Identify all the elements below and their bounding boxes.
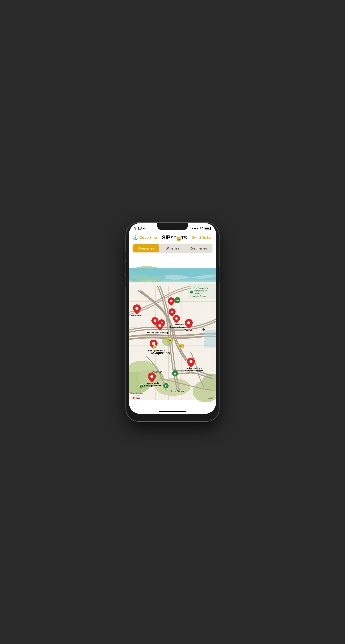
location-arrow-icon: ▶ — [143, 227, 145, 230]
map-container[interactable]: 237 G2 G4 85 9 ✈ Cupertino Saratoga Los — [129, 255, 216, 414]
svg-rect-26 — [204, 330, 216, 348]
svg-text:Taplands: Taplands — [185, 329, 193, 331]
svg-text:↻: ↻ — [191, 292, 192, 294]
logo-sip: SIP — [162, 234, 170, 241]
svg-point-8 — [155, 378, 191, 396]
status-time: 9:18 — [134, 226, 142, 231]
segment-control: Breweries Wineries Distilleries — [133, 244, 212, 253]
logo-drink-icon: 🥃 — [177, 237, 181, 241]
svg-text:85: 85 — [174, 372, 176, 375]
svg-text:Brewhouse: Brewhouse — [151, 352, 162, 354]
power-button[interactable] — [219, 267, 219, 284]
svg-text:✈: ✈ — [202, 328, 205, 332]
svg-text:Legal: Legal — [208, 397, 213, 399]
battery-icon — [205, 227, 211, 230]
svg-text:ManyFriends: ManyFriends — [147, 382, 159, 384]
status-icons — [192, 226, 211, 230]
svg-text:G2: G2 — [168, 339, 171, 341]
svg-text:Wildlife Refuge: Wildlife Refuge — [193, 295, 207, 297]
svg-text:Mount Bielawski: Mount Bielawski — [130, 392, 143, 394]
svg-text:Barebottle: Barebottle — [174, 323, 184, 326]
svg-point-63 — [171, 310, 173, 313]
svg-text:237: 237 — [176, 300, 179, 302]
svg-text:Maps: Maps — [135, 397, 140, 399]
svg-text:Oktoberfest: Oktoberfest — [131, 314, 143, 317]
tab-wineries[interactable]: Wineries — [159, 244, 185, 252]
svg-text:9: 9 — [165, 385, 167, 387]
svg-text:Off The Rails Brewing: Off The Rails Brewing — [147, 332, 168, 334]
location-button[interactable]: ⚓ Cupertino — [133, 235, 157, 240]
svg-text:Strike Brewing -: Strike Brewing - — [187, 367, 202, 370]
wifi-icon — [199, 226, 203, 230]
location-pin-icon: ⚓ — [133, 235, 138, 240]
volume-down-button[interactable] — [126, 276, 126, 287]
svg-point-67 — [187, 321, 190, 324]
svg-text:🍎: 🍎 — [132, 397, 135, 399]
svg-text:National: National — [195, 292, 202, 294]
svg-text:Brewing Company: Brewing Company — [170, 326, 187, 328]
svg-point-61 — [158, 324, 161, 327]
svg-text:Don Edwards Sa: Don Edwards Sa — [194, 287, 209, 289]
svg-point-74 — [189, 360, 192, 363]
svg-text:Campbell Taproom: Campbell Taproom — [185, 370, 203, 372]
svg-point-77 — [150, 375, 153, 378]
svg-point-69 — [170, 300, 173, 302]
logo-ts: TS — [181, 235, 187, 240]
logo-spots: SP — [170, 235, 176, 240]
volume-up-button[interactable] — [126, 263, 126, 274]
home-indicator[interactable] — [159, 411, 186, 412]
svg-point-59 — [154, 319, 156, 322]
location-label: Cupertino — [139, 236, 157, 240]
svg-text:Brewing Company: Brewing Company — [144, 384, 161, 387]
svg-text:BJ's Restaurant &: BJ's Restaurant & — [148, 350, 165, 352]
switch-to-list-button[interactable]: Switch to List — [192, 236, 212, 240]
map-svg: 237 G2 G4 85 9 ✈ Cupertino Saratoga Los — [129, 255, 216, 414]
mute-button[interactable] — [126, 252, 126, 260]
phone-screen: 9:18 ▶ — [129, 223, 216, 414]
svg-text:Los Gatos: Los Gatos — [171, 390, 184, 393]
svg-point-70 — [152, 342, 155, 345]
app-header: ⚓ Cupertino SIPSP🥃TS Switch to List — [129, 232, 216, 244]
signal-icon — [192, 228, 198, 229]
svg-point-71 — [153, 345, 157, 349]
svg-point-57 — [135, 307, 138, 310]
tab-distilleries[interactable]: Distilleries — [186, 244, 212, 252]
app-logo: SIPSP🥃TS — [162, 234, 187, 241]
tab-breweries[interactable]: Breweries — [133, 244, 159, 252]
notch — [157, 223, 188, 230]
svg-text:G4: G4 — [179, 345, 182, 347]
svg-text:Francisco Bay: Francisco Bay — [194, 290, 207, 292]
svg-text:3,232 ft: 3,232 ft — [133, 394, 139, 396]
svg-point-64 — [175, 317, 178, 320]
phone-frame: 9:18 ▶ — [126, 223, 219, 421]
